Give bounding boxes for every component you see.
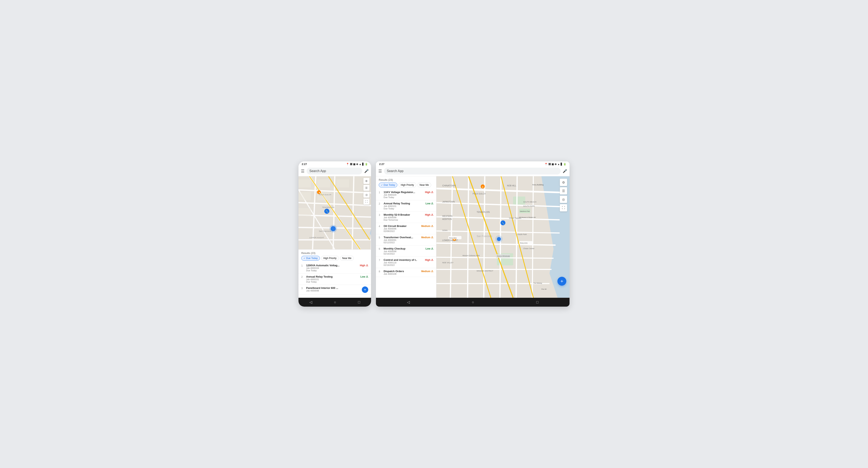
tablet-wifi-icon: ▲	[557, 163, 560, 166]
phone-search-input[interactable]	[309, 169, 360, 173]
svg-text:LOWER HAIGHT: LOWER HAIGHT	[309, 237, 324, 239]
svg-text:POLK GULCH: POLK GULCH	[473, 193, 486, 195]
tablet-job-item-8[interactable]: 8 Dispatch Orders Job 4000108 Medium ⚠	[376, 268, 436, 277]
tablet-job-num-7: 7	[379, 259, 382, 262]
phone-job-due-1: Due Today	[306, 269, 358, 272]
svg-text:NOB HILL: NOB HILL	[507, 185, 516, 187]
tablet-filter-high-priority[interactable]: High Priority	[399, 183, 416, 187]
tablet-job-due-5: 02/12/2022	[383, 241, 420, 244]
check-icon-tablet: ✓	[381, 184, 383, 186]
phone-home-button[interactable]: ○	[334, 300, 336, 304]
tablet-job-item-5[interactable]: 5 Transformer Overheat... Job 4000091 02…	[376, 234, 436, 246]
phone-expand-button[interactable]: ⛶	[364, 198, 369, 205]
phone-list-button[interactable]: ☰	[364, 185, 369, 191]
svg-text:TENDERLOIN: TENDERLOIN	[322, 206, 334, 208]
tablet-location-icon: 📍	[545, 163, 548, 166]
tablet-job-title-6: Monthly Checkup	[383, 247, 424, 250]
phone-filter-due-today-label: Due Today	[306, 257, 318, 260]
signal-icon: ▋	[362, 163, 364, 166]
phone-job-item-1[interactable]: 1 1200VA Automatic Voltag... Job 4000104…	[299, 262, 371, 274]
phone-job-title-3: Panelboard Interior 600 ...	[306, 286, 360, 289]
tablet-search-inner[interactable]	[384, 168, 561, 175]
phone-filter-high-priority[interactable]: High Priority	[321, 256, 339, 261]
phone-back-button[interactable]: ◁	[309, 300, 312, 304]
svg-text:San Francisco: San Francisco	[477, 235, 492, 238]
tablet-job-item-7[interactable]: 7 Control and inventory of t.. Job 40001…	[376, 257, 436, 268]
svg-text:SOMA: SOMA	[442, 229, 448, 231]
tablet-job-info-6: Monthly Checkup Job 4000098 02/16/2022	[383, 247, 424, 255]
phone-location-button[interactable]: ◎	[364, 192, 369, 198]
phone-job-num-3: 3	[301, 287, 305, 290]
tablet-job-item-4[interactable]: 4 Oil Circuit Breaker Job 4000096 02/08/…	[376, 223, 436, 234]
tablet-expand-button[interactable]: ⛶	[560, 204, 567, 211]
tablet-filter-near-me[interactable]: Near Me	[417, 183, 431, 187]
phone-job-priority-1: High ⚠	[360, 264, 368, 267]
phone-filter-near-me[interactable]: Near Me	[340, 256, 354, 261]
tablet-job-priority-2: Low ⚠	[426, 202, 433, 205]
tablet-warning-icon-8: ⚠	[431, 270, 433, 273]
phone-job-priority-label-1: High	[360, 264, 365, 267]
tablet-back-button[interactable]: ◁	[407, 300, 410, 304]
svg-text:Oracle Park: Oracle Park	[517, 233, 527, 236]
tablet-device: 2:27 📍 🖼 ▦ ⊕ ▲ ▋ 🔋 ☰ 🎤 Results (23) ✓ Du…	[376, 161, 569, 307]
tablet-job-info-8: Dispatch Orders Job 4000108	[383, 270, 420, 275]
phone-job-item-3[interactable]: 3 Panelboard Interior 600 ... Job 400009…	[299, 285, 371, 295]
svg-text:Pier 80: Pier 80	[541, 288, 547, 290]
phone-menu-icon[interactable]: ☰	[301, 169, 305, 174]
tablet-job-priority-7: High ⚠	[425, 258, 433, 261]
phone-device: 2:27 📍 🖼 ▦ ⊕ ▲ ▋ 🔋 ☰ 🎤	[299, 161, 371, 307]
svg-text:🔧: 🔧	[326, 210, 329, 213]
tablet-job-item-2[interactable]: 2 Annual Relay Testing Job 4000101 Due T…	[376, 200, 436, 212]
tablet-filter-due-today[interactable]: ✓ Due Today	[379, 183, 397, 187]
svg-point-34	[329, 225, 337, 232]
tablet-job-item-6[interactable]: 6 Monthly Checkup Job 4000098 02/16/2022…	[376, 246, 436, 257]
tablet-settings-button[interactable]: ⚙	[560, 179, 567, 186]
svg-text:▲: ▲	[482, 186, 484, 188]
phone-mic-icon[interactable]: 🎤	[364, 169, 369, 173]
tablet-list-button[interactable]: ☰	[560, 187, 567, 194]
tablet-job-item-3[interactable]: 3 Monthly 52-9 Breaker Job 4000098 Due T…	[376, 212, 436, 223]
phone-status-icons: 📍 🖼 ▦ ⊕ ▲ ▋ 🔋	[346, 163, 368, 166]
phone-job-item-2[interactable]: 2 Annual Relay Testing Job 4000101 Due T…	[299, 274, 371, 285]
tablet-job-priority-8: Medium ⚠	[421, 270, 433, 273]
tablet-job-title-4: Oil Circuit Breaker	[383, 224, 420, 227]
phone-results-header: Results (23)	[299, 250, 371, 256]
svg-text:SF Museum of Modern Art: SF Museum of Modern Art	[519, 217, 536, 218]
phone-job-add-button[interactable]: +	[362, 286, 368, 293]
tablet-signal-icon: ▋	[561, 163, 562, 166]
warning-icon-2: ⚠	[366, 275, 368, 278]
phone-job-num-label-2: Job 4000101	[306, 278, 359, 281]
tablet-filter-high-priority-label: High Priority	[401, 184, 414, 186]
tablet-job-title-1: 11KV Voltage Regulator...	[383, 191, 423, 194]
phone-map-svg: CHINATOWN JAPANTOWN WESTERN ADDITION POL…	[299, 176, 371, 249]
tablet-job-num-3: 3	[379, 214, 382, 216]
tablet-home-button[interactable]: ○	[472, 300, 474, 304]
svg-text:Busy area: Busy area	[449, 237, 457, 239]
tablet-search-bar: ☰ 🎤	[376, 166, 569, 176]
tablet-job-list: 1 11KV Voltage Regulator... Job 4000104 …	[376, 189, 436, 298]
phone-job-info-3: Panelboard Interior 600 ... Job 4000098	[306, 286, 360, 292]
image-icon: 🖼	[350, 163, 352, 166]
tablet-fab-button[interactable]: +	[557, 277, 566, 286]
phone-job-title-2: Annual Relay Testing	[306, 275, 359, 278]
phone-recents-button[interactable]: □	[358, 300, 360, 304]
tablet-list-panel: Results (23) ✓ Due Today High Priority N…	[376, 176, 436, 298]
tablet-mic-icon[interactable]: 🎤	[563, 169, 567, 173]
tablet-menu-icon[interactable]: ☰	[378, 169, 382, 174]
tablet-job-item-1[interactable]: 1 11KV Voltage Regulator... Job 4000104 …	[376, 189, 436, 200]
phone-job-list: 1 1200VA Automatic Voltag... Job 4000104…	[299, 262, 371, 295]
phone-nav-bar: ◁ ○ □	[299, 298, 371, 307]
phone-filter-due-today[interactable]: ✓ Due Today	[301, 256, 320, 261]
tablet-job-info-7: Control and inventory of t.. Job 4000118…	[383, 258, 423, 266]
phone-settings-button[interactable]: ⚙	[364, 178, 369, 184]
phone-search-inner[interactable]	[307, 168, 362, 175]
tablet-nav-bar: ◁ ○ □	[376, 298, 569, 307]
phone-filter-chips: ✓ Due Today High Priority Near Me	[299, 256, 371, 262]
svg-text:SOUTH PARK: SOUTH PARK	[523, 205, 535, 207]
tablet-job-id-2: Job 4000101	[383, 205, 424, 207]
tablet-search-input[interactable]	[387, 169, 558, 173]
phone-job-info-1: 1200VA Automatic Voltag... Job 4000104 D…	[306, 264, 358, 272]
tablet-recents-button[interactable]: □	[536, 300, 538, 304]
phone-time: 2:27	[302, 163, 307, 166]
tablet-location-button[interactable]: ◎	[560, 196, 567, 203]
